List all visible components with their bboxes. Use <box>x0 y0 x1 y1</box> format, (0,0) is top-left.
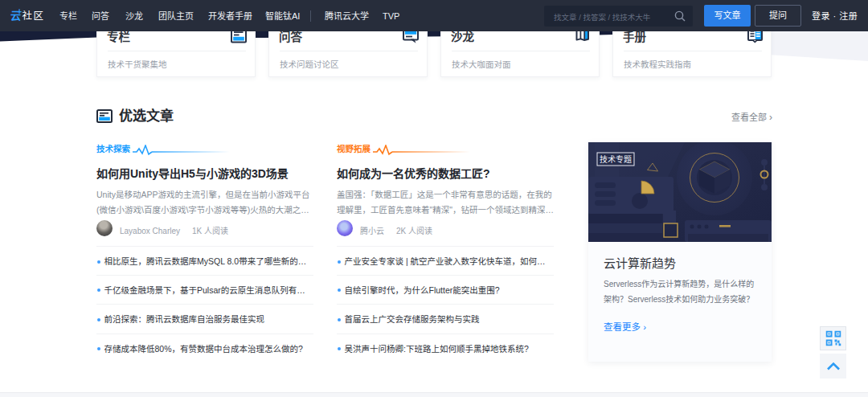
svg-text:技术专题: 技术专题 <box>600 154 632 164</box>
